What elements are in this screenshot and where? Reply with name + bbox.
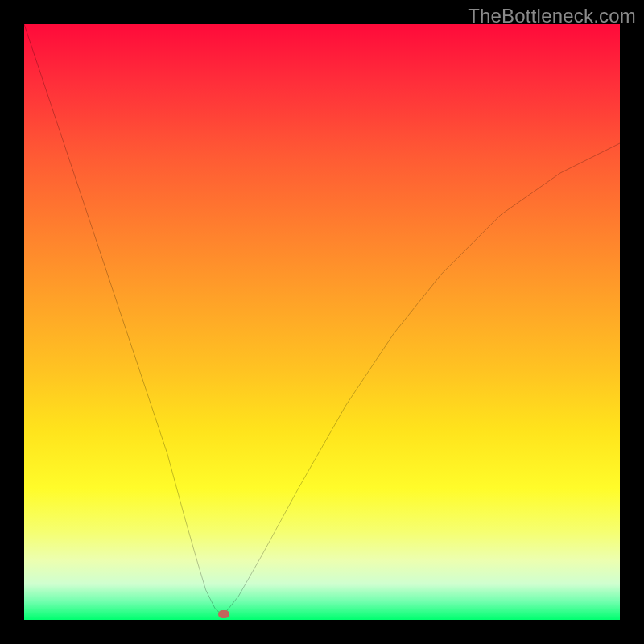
plot-area xyxy=(24,24,620,620)
optimum-marker xyxy=(218,610,229,618)
chart-frame: TheBottleneck.com xyxy=(0,0,644,644)
watermark-text: TheBottleneck.com xyxy=(468,5,636,27)
bottleneck-curve xyxy=(24,24,620,620)
